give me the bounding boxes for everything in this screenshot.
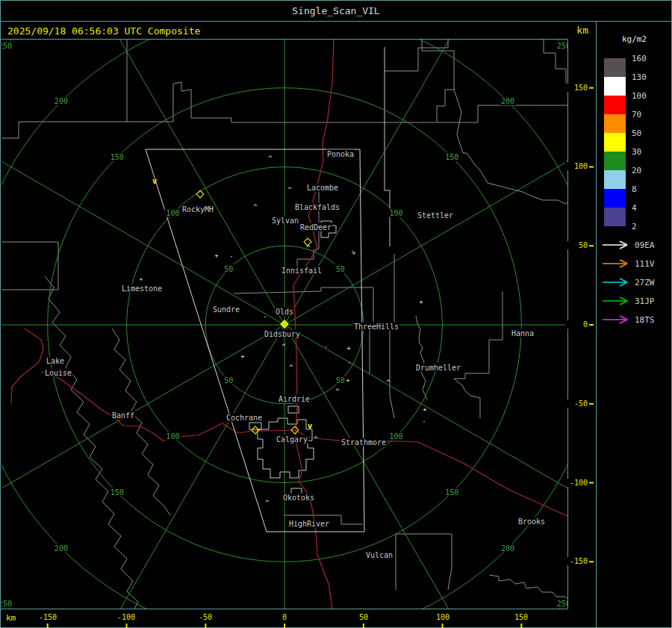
- radar-viewer-window: Single_Scan_VIL 2025/09/18 06:56:03 UTC …: [0, 0, 672, 628]
- radar-site-legend-item: 09EA: [602, 240, 655, 250]
- site-arrow-icon: [602, 259, 629, 268]
- right-axis-tick-label: 50: [565, 241, 588, 249]
- axis-tick-marks: [0, 0, 672, 628]
- scale-color-block: [604, 170, 626, 189]
- radar-site-legend-item: 27ZW: [602, 277, 655, 287]
- right-axis-tick-label: 0: [565, 320, 588, 329]
- scale-threshold-label: 30: [632, 147, 641, 157]
- bottom-axis-tick-label: 150: [514, 613, 528, 621]
- scale-color-block: [604, 58, 626, 77]
- legend-title: kg/m2: [622, 34, 647, 44]
- bottom-axis-tick-label: -150: [39, 613, 57, 621]
- right-axis-tick-label: -100: [565, 479, 588, 487]
- scale-threshold-label: 20: [632, 166, 641, 175]
- scale-color-block: [604, 189, 626, 208]
- site-id-label: 31JP: [635, 296, 655, 306]
- site-id-label: 111V: [635, 259, 655, 269]
- scale-color-block: [604, 152, 626, 170]
- site-arrow-icon: [602, 240, 629, 249]
- scale-threshold-label: 4: [632, 203, 637, 213]
- scale-color-block: [604, 208, 626, 226]
- bottom-axis-tick-label: 50: [359, 613, 368, 621]
- radar-site-legend-item: 18TS: [602, 314, 655, 325]
- scale-threshold-label: 130: [632, 72, 647, 82]
- site-arrow-icon: [602, 315, 629, 324]
- scale-threshold-label: 2: [632, 222, 637, 231]
- scale-color-block: [604, 96, 626, 114]
- right-axis-tick-label: 150: [565, 84, 588, 92]
- bottom-axis-tick-label: 100: [436, 613, 449, 621]
- radar-site-legend-item: 31JP: [602, 296, 655, 306]
- right-axis-tick-label: 100: [565, 162, 588, 170]
- scale-color-block: [604, 114, 626, 133]
- site-id-label: 27ZW: [635, 278, 655, 287]
- right-axis-tick-label: -50: [565, 400, 588, 408]
- right-axis-tick-label: -150: [565, 557, 588, 565]
- radar-site-legend-item: 111V: [602, 258, 655, 269]
- scale-color-block: [604, 77, 626, 96]
- bottom-axis-tick-label: 0: [282, 613, 287, 621]
- bottom-axis-unit: km: [6, 613, 16, 623]
- scale-threshold-label: 50: [632, 128, 641, 138]
- site-id-label: 09EA: [635, 240, 655, 250]
- site-arrow-icon: [602, 296, 629, 305]
- scale-threshold-label: 8: [632, 184, 637, 194]
- scale-threshold-label: 100: [632, 91, 647, 101]
- scale-threshold-label: 70: [632, 110, 641, 119]
- bottom-axis-tick-label: -50: [199, 613, 212, 621]
- scale-color-block: [604, 133, 626, 152]
- scale-threshold-label: 160: [632, 54, 647, 63]
- bottom-axis-tick-label: -100: [117, 613, 135, 621]
- site-id-label: 18TS: [635, 315, 655, 325]
- site-arrow-icon: [602, 278, 629, 287]
